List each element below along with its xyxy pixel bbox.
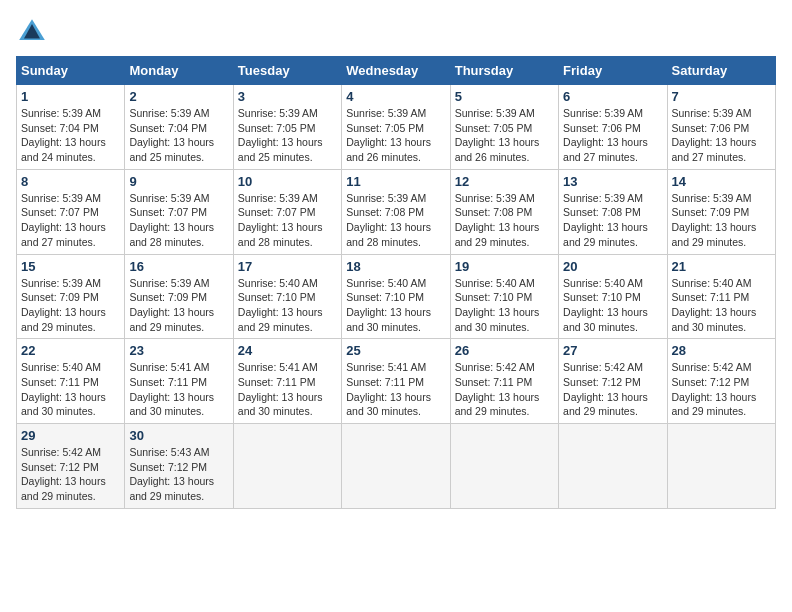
day-number: 27: [563, 343, 662, 358]
day-number: 23: [129, 343, 228, 358]
day-header-saturday: Saturday: [667, 57, 775, 85]
calendar-cell: 12Sunrise: 5:39 AMSunset: 7:08 PMDayligh…: [450, 169, 558, 254]
calendar-cell: 26Sunrise: 5:42 AMSunset: 7:11 PMDayligh…: [450, 339, 558, 424]
page-header: [16, 16, 776, 48]
calendar-cell: 5Sunrise: 5:39 AMSunset: 7:05 PMDaylight…: [450, 85, 558, 170]
day-header-friday: Friday: [559, 57, 667, 85]
day-number: 13: [563, 174, 662, 189]
day-number: 22: [21, 343, 120, 358]
day-info: Sunrise: 5:40 AMSunset: 7:10 PMDaylight:…: [238, 276, 337, 335]
day-number: 15: [21, 259, 120, 274]
calendar-cell: 19Sunrise: 5:40 AMSunset: 7:10 PMDayligh…: [450, 254, 558, 339]
calendar-cell: 18Sunrise: 5:40 AMSunset: 7:10 PMDayligh…: [342, 254, 450, 339]
day-info: Sunrise: 5:39 AMSunset: 7:08 PMDaylight:…: [346, 191, 445, 250]
calendar-week-3: 15Sunrise: 5:39 AMSunset: 7:09 PMDayligh…: [17, 254, 776, 339]
day-number: 1: [21, 89, 120, 104]
calendar-cell: 22Sunrise: 5:40 AMSunset: 7:11 PMDayligh…: [17, 339, 125, 424]
calendar-cell: 10Sunrise: 5:39 AMSunset: 7:07 PMDayligh…: [233, 169, 341, 254]
day-info: Sunrise: 5:40 AMSunset: 7:10 PMDaylight:…: [563, 276, 662, 335]
day-number: 30: [129, 428, 228, 443]
day-number: 18: [346, 259, 445, 274]
day-number: 28: [672, 343, 771, 358]
day-number: 11: [346, 174, 445, 189]
day-header-monday: Monday: [125, 57, 233, 85]
calendar-cell: 2Sunrise: 5:39 AMSunset: 7:04 PMDaylight…: [125, 85, 233, 170]
day-number: 29: [21, 428, 120, 443]
day-info: Sunrise: 5:39 AMSunset: 7:08 PMDaylight:…: [563, 191, 662, 250]
day-number: 25: [346, 343, 445, 358]
calendar-cell: 15Sunrise: 5:39 AMSunset: 7:09 PMDayligh…: [17, 254, 125, 339]
calendar-week-5: 29Sunrise: 5:42 AMSunset: 7:12 PMDayligh…: [17, 424, 776, 509]
calendar-cell: 4Sunrise: 5:39 AMSunset: 7:05 PMDaylight…: [342, 85, 450, 170]
calendar-cell: 16Sunrise: 5:39 AMSunset: 7:09 PMDayligh…: [125, 254, 233, 339]
day-info: Sunrise: 5:39 AMSunset: 7:06 PMDaylight:…: [672, 106, 771, 165]
day-number: 24: [238, 343, 337, 358]
calendar-cell: [342, 424, 450, 509]
day-info: Sunrise: 5:39 AMSunset: 7:06 PMDaylight:…: [563, 106, 662, 165]
day-info: Sunrise: 5:39 AMSunset: 7:07 PMDaylight:…: [238, 191, 337, 250]
calendar-cell: 25Sunrise: 5:41 AMSunset: 7:11 PMDayligh…: [342, 339, 450, 424]
logo-icon: [16, 16, 48, 48]
day-number: 21: [672, 259, 771, 274]
calendar-cell: [450, 424, 558, 509]
calendar-cell: 28Sunrise: 5:42 AMSunset: 7:12 PMDayligh…: [667, 339, 775, 424]
day-info: Sunrise: 5:39 AMSunset: 7:07 PMDaylight:…: [21, 191, 120, 250]
day-info: Sunrise: 5:39 AMSunset: 7:07 PMDaylight:…: [129, 191, 228, 250]
day-info: Sunrise: 5:39 AMSunset: 7:05 PMDaylight:…: [346, 106, 445, 165]
day-info: Sunrise: 5:42 AMSunset: 7:12 PMDaylight:…: [672, 360, 771, 419]
day-info: Sunrise: 5:39 AMSunset: 7:09 PMDaylight:…: [672, 191, 771, 250]
calendar-cell: 3Sunrise: 5:39 AMSunset: 7:05 PMDaylight…: [233, 85, 341, 170]
day-info: Sunrise: 5:39 AMSunset: 7:04 PMDaylight:…: [21, 106, 120, 165]
calendar-table: SundayMondayTuesdayWednesdayThursdayFrid…: [16, 56, 776, 509]
calendar-cell: 21Sunrise: 5:40 AMSunset: 7:11 PMDayligh…: [667, 254, 775, 339]
day-number: 5: [455, 89, 554, 104]
day-number: 26: [455, 343, 554, 358]
day-number: 6: [563, 89, 662, 104]
calendar-cell: 23Sunrise: 5:41 AMSunset: 7:11 PMDayligh…: [125, 339, 233, 424]
calendar-cell: 27Sunrise: 5:42 AMSunset: 7:12 PMDayligh…: [559, 339, 667, 424]
day-info: Sunrise: 5:41 AMSunset: 7:11 PMDaylight:…: [346, 360, 445, 419]
day-info: Sunrise: 5:41 AMSunset: 7:11 PMDaylight:…: [238, 360, 337, 419]
day-number: 9: [129, 174, 228, 189]
day-number: 19: [455, 259, 554, 274]
day-info: Sunrise: 5:39 AMSunset: 7:09 PMDaylight:…: [21, 276, 120, 335]
day-header-sunday: Sunday: [17, 57, 125, 85]
day-info: Sunrise: 5:39 AMSunset: 7:08 PMDaylight:…: [455, 191, 554, 250]
calendar-cell: 30Sunrise: 5:43 AMSunset: 7:12 PMDayligh…: [125, 424, 233, 509]
logo: [16, 16, 52, 48]
day-info: Sunrise: 5:42 AMSunset: 7:12 PMDaylight:…: [563, 360, 662, 419]
calendar-cell: 14Sunrise: 5:39 AMSunset: 7:09 PMDayligh…: [667, 169, 775, 254]
calendar-cell: 17Sunrise: 5:40 AMSunset: 7:10 PMDayligh…: [233, 254, 341, 339]
day-number: 17: [238, 259, 337, 274]
day-info: Sunrise: 5:43 AMSunset: 7:12 PMDaylight:…: [129, 445, 228, 504]
day-header-tuesday: Tuesday: [233, 57, 341, 85]
calendar-header-row: SundayMondayTuesdayWednesdayThursdayFrid…: [17, 57, 776, 85]
day-header-wednesday: Wednesday: [342, 57, 450, 85]
day-info: Sunrise: 5:39 AMSunset: 7:09 PMDaylight:…: [129, 276, 228, 335]
day-info: Sunrise: 5:42 AMSunset: 7:12 PMDaylight:…: [21, 445, 120, 504]
day-number: 16: [129, 259, 228, 274]
day-info: Sunrise: 5:40 AMSunset: 7:10 PMDaylight:…: [346, 276, 445, 335]
day-number: 20: [563, 259, 662, 274]
day-info: Sunrise: 5:40 AMSunset: 7:11 PMDaylight:…: [21, 360, 120, 419]
calendar-week-1: 1Sunrise: 5:39 AMSunset: 7:04 PMDaylight…: [17, 85, 776, 170]
calendar-cell: 1Sunrise: 5:39 AMSunset: 7:04 PMDaylight…: [17, 85, 125, 170]
calendar-cell: 8Sunrise: 5:39 AMSunset: 7:07 PMDaylight…: [17, 169, 125, 254]
day-number: 4: [346, 89, 445, 104]
day-number: 8: [21, 174, 120, 189]
day-number: 14: [672, 174, 771, 189]
day-info: Sunrise: 5:40 AMSunset: 7:10 PMDaylight:…: [455, 276, 554, 335]
calendar-cell: 9Sunrise: 5:39 AMSunset: 7:07 PMDaylight…: [125, 169, 233, 254]
day-number: 3: [238, 89, 337, 104]
day-info: Sunrise: 5:39 AMSunset: 7:05 PMDaylight:…: [238, 106, 337, 165]
calendar-cell: 20Sunrise: 5:40 AMSunset: 7:10 PMDayligh…: [559, 254, 667, 339]
calendar-week-2: 8Sunrise: 5:39 AMSunset: 7:07 PMDaylight…: [17, 169, 776, 254]
day-info: Sunrise: 5:42 AMSunset: 7:11 PMDaylight:…: [455, 360, 554, 419]
day-number: 12: [455, 174, 554, 189]
calendar-cell: [233, 424, 341, 509]
day-info: Sunrise: 5:39 AMSunset: 7:05 PMDaylight:…: [455, 106, 554, 165]
calendar-cell: [667, 424, 775, 509]
day-number: 7: [672, 89, 771, 104]
calendar-week-4: 22Sunrise: 5:40 AMSunset: 7:11 PMDayligh…: [17, 339, 776, 424]
day-header-thursday: Thursday: [450, 57, 558, 85]
